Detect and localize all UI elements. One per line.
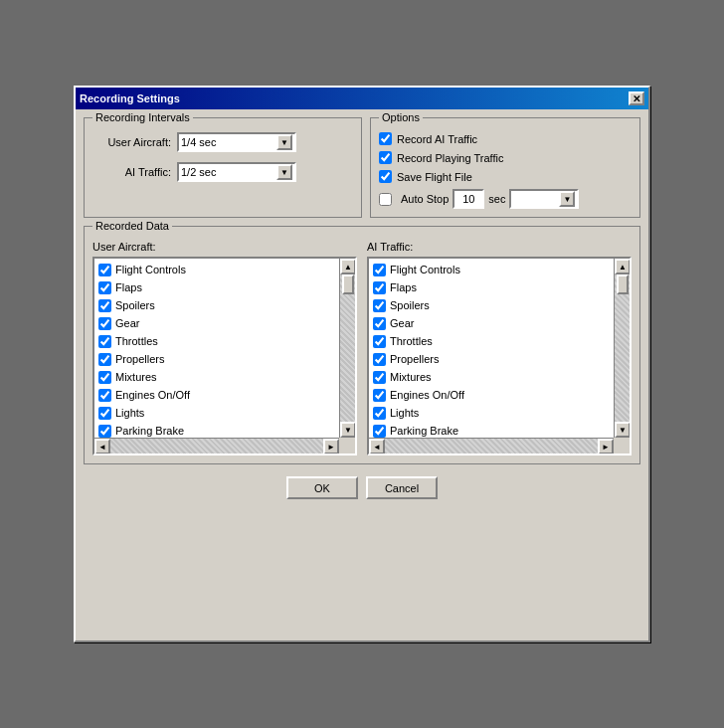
ua-scroll-left-btn[interactable]: ◄ — [94, 439, 110, 455]
ai-traffic-dropdown-arrow[interactable]: ▼ — [276, 164, 292, 180]
ua-scroll-track-v — [340, 274, 355, 422]
ua-flight-controls-checkbox[interactable] — [98, 264, 111, 276]
ua-parking-brake-checkbox[interactable] — [98, 425, 111, 438]
ai-parking-brake-checkbox[interactable] — [373, 425, 386, 438]
ai-scroll-down-btn[interactable]: ▼ — [615, 422, 631, 438]
ua-scroll-up-btn[interactable]: ▲ — [340, 259, 356, 274]
ai-flaps-checkbox[interactable] — [373, 281, 386, 294]
list-item: Flaps — [371, 278, 612, 296]
list-item: Parking Brake — [96, 422, 337, 438]
dialog-content: Recording Intervals User Aircraft: 1/4 s… — [76, 109, 648, 511]
ai-traffic-row: AI Traffic: 1/2 sec ▼ — [92, 162, 353, 182]
ai-scroll-right-btn[interactable]: ► — [598, 439, 614, 455]
recording-intervals-group: Recording Intervals User Aircraft: 1/4 s… — [84, 117, 362, 218]
record-playing-traffic-checkbox[interactable] — [379, 151, 392, 164]
ai-mixtures-label: Mixtures — [390, 369, 432, 385]
ai-traffic-value: 1/2 sec — [181, 166, 274, 178]
list-item: Lights — [371, 404, 612, 422]
user-aircraft-select[interactable]: 1/4 sec ▼ — [177, 132, 296, 152]
stop-select[interactable]: ▼ — [509, 189, 579, 209]
ai-spoilers-checkbox[interactable] — [373, 299, 386, 312]
ua-lights-checkbox[interactable] — [98, 407, 111, 420]
list-item: Parking Brake — [371, 422, 612, 438]
ua-engines-onoff-checkbox[interactable] — [98, 389, 111, 402]
list-item: Engines On/Off — [371, 386, 612, 404]
list-item: Flaps — [96, 278, 337, 296]
ua-gear-label: Gear — [115, 315, 139, 331]
button-row: OK Cancel — [84, 472, 640, 503]
record-ai-traffic-row: Record AI Traffic — [379, 132, 632, 145]
ua-mixtures-checkbox[interactable] — [98, 371, 111, 384]
record-playing-traffic-row: Record Playing Traffic — [379, 151, 632, 164]
save-flight-file-label: Save Flight File — [397, 171, 472, 183]
ua-scroll-down-btn[interactable]: ▼ — [340, 422, 356, 438]
list-item: Gear — [96, 314, 337, 332]
ua-throttles-checkbox[interactable] — [98, 335, 111, 348]
list-item: Engines On/Off — [96, 386, 337, 404]
auto-stop-row: Auto Stop sec ▼ — [379, 189, 632, 209]
record-playing-traffic-label: Record Playing Traffic — [397, 152, 503, 164]
user-aircraft-dropdown-arrow[interactable]: ▼ — [276, 134, 292, 150]
ua-flaps-checkbox[interactable] — [98, 281, 111, 294]
record-ai-traffic-label: Record AI Traffic — [397, 133, 477, 145]
list-item: Spoilers — [371, 296, 612, 314]
ai-scroll-up-btn[interactable]: ▲ — [615, 259, 631, 274]
ai-scroll-track-h — [385, 439, 598, 454]
ai-throttles-checkbox[interactable] — [373, 335, 386, 348]
ok-button[interactable]: OK — [286, 476, 358, 499]
auto-stop-checkbox[interactable] — [379, 193, 392, 206]
ua-gear-checkbox[interactable] — [98, 317, 111, 330]
auto-stop-value-input[interactable] — [452, 189, 484, 209]
user-aircraft-scrollbar-v: ▲ ▼ — [339, 259, 355, 438]
user-aircraft-label: User Aircraft: — [92, 136, 177, 148]
ua-scroll-track-h — [110, 439, 323, 454]
ua-scroll-thumb-v[interactable] — [342, 274, 354, 294]
ua-scroll-right-btn[interactable]: ► — [323, 439, 339, 455]
ai-scroll-left-btn[interactable]: ◄ — [369, 439, 385, 455]
ai-propellers-label: Propellers — [390, 351, 440, 367]
ua-lights-label: Lights — [115, 405, 144, 421]
ua-spoilers-label: Spoilers — [115, 297, 155, 313]
user-aircraft-list-label: User Aircraft: — [92, 241, 357, 253]
ai-flight-controls-checkbox[interactable] — [373, 264, 386, 276]
ai-flaps-label: Flaps — [390, 279, 417, 295]
ua-flight-controls-label: Flight Controls — [115, 262, 186, 277]
data-lists: User Aircraft: Flight Controls Flaps — [92, 241, 632, 455]
cancel-button[interactable]: Cancel — [366, 476, 438, 499]
record-ai-traffic-checkbox[interactable] — [379, 132, 392, 145]
ai-traffic-scrollbar-v: ▲ ▼ — [614, 259, 630, 438]
list-item: Propellers — [371, 350, 612, 368]
ai-traffic-list-label: AI Traffic: — [367, 241, 632, 253]
user-aircraft-value: 1/4 sec — [181, 136, 274, 148]
ai-propellers-checkbox[interactable] — [373, 353, 386, 366]
recording-intervals-legend: Recording Intervals — [92, 111, 193, 123]
ai-engines-onoff-checkbox[interactable] — [373, 389, 386, 402]
ai-gear-checkbox[interactable] — [373, 317, 386, 330]
stop-select-arrow[interactable]: ▼ — [559, 191, 575, 207]
ua-spoilers-checkbox[interactable] — [98, 299, 111, 312]
ai-traffic-select[interactable]: 1/2 sec ▼ — [177, 162, 296, 182]
ai-traffic-scrollbar-h: ◄ ► — [369, 438, 614, 454]
recorded-data-legend: Recorded Data — [92, 220, 172, 232]
ai-traffic-list-container: Flight Controls Flaps Spoilers — [367, 257, 632, 455]
recorded-data-group: Recorded Data User Aircraft: Flight Cont… — [84, 226, 640, 464]
user-aircraft-list-container: Flight Controls Flaps Spoilers — [92, 257, 357, 455]
user-aircraft-list-inner: Flight Controls Flaps Spoilers — [94, 259, 339, 438]
ai-spoilers-label: Spoilers — [390, 297, 430, 313]
options-legend: Options — [379, 111, 423, 123]
ua-propellers-checkbox[interactable] — [98, 353, 111, 366]
ai-scroll-thumb-v[interactable] — [617, 274, 629, 294]
top-section: Recording Intervals User Aircraft: 1/4 s… — [84, 117, 640, 218]
list-item: Mixtures — [96, 368, 337, 386]
user-aircraft-scrollbar-h: ◄ ► — [94, 438, 339, 454]
close-button[interactable]: ✕ — [629, 91, 644, 105]
recording-settings-dialog: Recording Settings ✕ Recording Intervals… — [74, 86, 650, 642]
save-flight-file-checkbox[interactable] — [379, 170, 392, 183]
ai-mixtures-checkbox[interactable] — [373, 371, 386, 384]
ai-lights-checkbox[interactable] — [373, 407, 386, 420]
ai-lights-label: Lights — [390, 405, 419, 421]
save-flight-file-row: Save Flight File — [379, 170, 632, 183]
ai-traffic-list-section: AI Traffic: Flight Controls Flaps — [367, 241, 632, 455]
list-item: Lights — [96, 404, 337, 422]
list-item: Spoilers — [96, 296, 337, 314]
